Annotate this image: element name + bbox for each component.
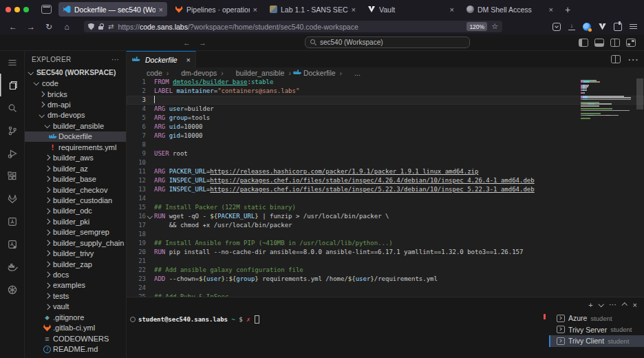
explorer-more-icon[interactable]: ⋯ — [111, 55, 119, 64]
explorer-icon[interactable] — [0, 74, 24, 96]
code-line[interactable]: 11 ARG PACKER_URL=https://releases.hashi… — [127, 167, 644, 176]
code-line[interactable]: 21 — [127, 257, 644, 266]
tree-item[interactable]: builder_supply_chain — [25, 238, 126, 248]
back-icon[interactable]: ← — [4, 22, 22, 32]
new-terminal-icon[interactable]: + — [588, 301, 592, 309]
code-line[interactable]: 23 ADD --chown=${user}:${group} requirem… — [127, 275, 644, 284]
tree-item[interactable]: builder_base — [25, 173, 126, 184]
kubernetes-icon[interactable] — [0, 278, 24, 301]
code-line[interactable]: 20 RUN pip install --no-cache-dir ansibl… — [127, 248, 644, 257]
tree-item[interactable]: builder_custodian — [25, 195, 126, 205]
breadcrumb-item[interactable]: builder_ansible — [226, 68, 291, 77]
browser-tab[interactable]: Pipelines · operations / dm-dev × — [171, 2, 261, 17]
container-avatar-icon[interactable] — [583, 23, 591, 31]
tree-item[interactable]: builder_az — [25, 163, 126, 173]
code-line[interactable]: 13 ARG INSPEC_URL=https://packages.chef.… — [127, 185, 644, 194]
fold-icon[interactable] — [146, 176, 154, 185]
extensions-icon[interactable] — [0, 165, 24, 187]
url-text[interactable]: https://code.sans.labs/?workspace=/home/… — [118, 23, 462, 31]
tree-item[interactable]: builder_zap — [25, 259, 126, 269]
code-line[interactable]: 19 ## Install Ansible from PIP (~410MB i… — [127, 239, 644, 248]
tree-item[interactable]: tests — [25, 291, 126, 301]
tree-item[interactable]: dm-devops — [25, 110, 126, 120]
tree-item[interactable]: vault — [25, 302, 126, 312]
breadcrumb-item[interactable]: Dockerfile — [293, 68, 342, 77]
code-line[interactable]: 15 ## Install Packer (122M static binary… — [127, 203, 644, 212]
terminal-prompt[interactable]: student@sec540.sans.labs ~ $ ✗ — [130, 315, 259, 324]
tree-item[interactable]: bricks — [25, 89, 126, 99]
maximize-panel-icon[interactable] — [622, 303, 627, 308]
editor-forward-icon[interactable]: → — [199, 39, 206, 47]
url-bar[interactable]: ⇄ https://code.sans.labs/?workspace=/hom… — [84, 21, 502, 32]
command-center-search[interactable]: sec540 (Workspace) — [305, 36, 470, 48]
code-line[interactable]: 18 — [127, 230, 644, 239]
tree-item[interactable]: dm-api — [25, 99, 126, 109]
code-area[interactable]: 1 FROM dmtools/builder_base:stable 2 LAB… — [127, 78, 644, 297]
split-editor-icon[interactable] — [610, 39, 620, 47]
terminal-list-item[interactable]: Trivy Client student — [549, 335, 644, 347]
minimap[interactable] — [581, 80, 634, 119]
tree-item[interactable]: builder_checkov — [25, 185, 126, 195]
editor-more-icon[interactable]: ⋯ — [627, 53, 638, 66]
editor-back-icon[interactable]: ← — [183, 39, 191, 47]
account-icon[interactable] — [552, 23, 561, 31]
tree-item[interactable]: builder_pki — [25, 216, 126, 227]
window-controls[interactable] — [6, 7, 29, 12]
close-window-icon[interactable] — [6, 7, 11, 12]
fold-icon[interactable] — [146, 78, 154, 87]
editor-tab-close-icon[interactable]: × — [186, 56, 191, 63]
fold-icon[interactable] — [146, 275, 154, 284]
new-tab-button[interactable]: + — [565, 4, 570, 15]
split-editor-icon[interactable] — [611, 55, 621, 63]
gitlab-workflow-icon[interactable] — [0, 187, 24, 210]
menu-icon[interactable] — [630, 24, 637, 30]
trivy-offline-icon[interactable] — [0, 233, 24, 255]
tracking-protection-shield-icon[interactable] — [88, 23, 94, 30]
code-line[interactable]: 14 — [127, 194, 644, 203]
zoom-window-icon[interactable] — [23, 7, 29, 12]
code-line[interactable]: 22 ## Add ansible galaxy configuration f… — [127, 266, 644, 275]
code-line[interactable]: 6 ARG uid=10000 — [127, 123, 644, 131]
code-line[interactable]: 16 RUN wget -qO - ${PACKER_URL} | funzip… — [127, 212, 644, 221]
browser-tab[interactable]: Vault × — [363, 2, 458, 17]
tree-item[interactable]: builder_aws — [25, 153, 126, 163]
code-line[interactable]: 2 LABEL maintainer="containers@sans.labs… — [127, 87, 644, 96]
browser-tab[interactable]: Lab 1.1 - SANS SEC540 Workbo × — [265, 2, 360, 17]
fold-icon[interactable] — [146, 105, 154, 114]
bookmark-star-icon[interactable]: ☆ — [491, 22, 498, 31]
terminal-profile-dropdown-icon[interactable] — [598, 302, 603, 307]
fold-icon[interactable] — [146, 248, 154, 257]
browser-tab[interactable]: DM Shell Access × — [462, 2, 557, 17]
tab-close-icon[interactable]: × — [159, 6, 163, 13]
tree-item[interactable]: .gitlab-ci.yml — [25, 323, 126, 333]
fold-icon[interactable] — [146, 266, 154, 275]
tree-item[interactable]: examples — [25, 280, 126, 291]
code-line[interactable]: 17 && chmod +x /usr/local/bin/packer — [127, 221, 644, 230]
scrollbar-thumb[interactable] — [636, 78, 643, 109]
fold-icon[interactable] — [146, 140, 154, 149]
fold-icon[interactable] — [146, 221, 154, 230]
tree-item[interactable]: builder_trivy — [25, 248, 126, 258]
docker-icon[interactable] — [0, 255, 24, 278]
tab-close-icon[interactable]: × — [450, 6, 454, 13]
menu-icon[interactable] — [0, 51, 24, 74]
breadcrumb-item[interactable]: ... — [344, 68, 361, 77]
code-line[interactable]: 24 — [127, 284, 644, 293]
fold-icon[interactable] — [146, 149, 154, 158]
zoom-level-badge[interactable]: 120% — [466, 22, 487, 31]
fold-icon[interactable] — [146, 284, 154, 293]
panel-more-icon[interactable]: ⋯ — [609, 300, 616, 309]
tab-close-icon[interactable]: × — [352, 6, 356, 13]
fold-icon[interactable] — [146, 185, 154, 194]
fold-icon[interactable] — [146, 123, 154, 131]
downloads-icon[interactable]: ↓ — [568, 23, 575, 30]
toggle-sidebar-icon[interactable] — [579, 39, 588, 47]
tree-item[interactable]: .gitignore — [25, 312, 126, 322]
minimize-window-icon[interactable] — [14, 7, 20, 12]
fold-icon[interactable] — [146, 230, 154, 239]
code-line[interactable]: 5 ARG group=tools — [127, 114, 644, 123]
lock-icon[interactable] — [98, 23, 104, 30]
fold-icon[interactable] — [146, 239, 154, 248]
code-line[interactable]: 7 ARG gid=10000 — [127, 131, 644, 140]
fold-icon[interactable] — [146, 212, 154, 221]
